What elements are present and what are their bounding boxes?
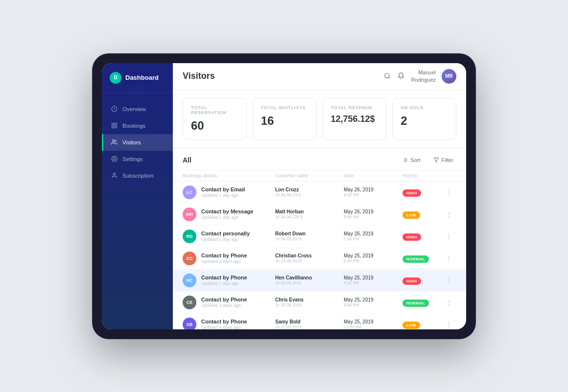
booking-method: Contact by Phone xyxy=(201,253,247,258)
table-row[interactable]: MH Contact by Message Updated 1 day ago … xyxy=(173,204,466,226)
sidebar-item-bookings[interactable]: Bookings xyxy=(102,117,173,134)
table-row[interactable]: LC Contact by Email Updated 1 day ago Lo… xyxy=(173,182,466,204)
user-info: ManuelRodriguez xyxy=(411,69,436,83)
sidebar-item-overview[interactable]: Overview xyxy=(102,101,173,117)
col-bookings: Bookings details xyxy=(183,173,275,178)
avatar-img: CC xyxy=(183,252,196,265)
date-info: May 25, 2019 4:00 PM xyxy=(344,297,402,307)
table-row[interactable]: RD Contact personally Updated 1 day ago … xyxy=(173,226,466,248)
booking-info: Contact by Phone Updated 2 days ago xyxy=(201,253,247,264)
svg-rect-2 xyxy=(115,123,117,125)
sidebar-item-visitors[interactable]: Visitors xyxy=(102,134,173,151)
avatar-img: SB xyxy=(183,318,196,329)
booking-details: LC Contact by Email Updated 1 day ago xyxy=(183,185,275,199)
search-icon[interactable] xyxy=(384,72,392,80)
logo-icon: D xyxy=(110,72,121,84)
priority-cell: NORMAL xyxy=(402,298,442,307)
booking-sub: Updated 4 days ago xyxy=(201,325,247,329)
user-name: ManuelRodriguez xyxy=(411,69,436,83)
date-time: 11:00 AM xyxy=(344,324,402,329)
date-main: May 25, 2019 xyxy=(344,319,402,324)
svg-marker-16 xyxy=(434,158,439,162)
row-menu-button[interactable]: ⋮ xyxy=(442,254,456,262)
date-info: May 25, 2019 6:00 PM xyxy=(344,253,402,263)
person-icon xyxy=(111,172,118,179)
customer-info: Hen Cavillianno Jn 24.08.2019 xyxy=(275,275,344,285)
priority-cell: NORMAL xyxy=(402,254,442,263)
row-menu-button[interactable]: ⋮ xyxy=(442,299,456,306)
date-info: May 26, 2019 7:30 PM xyxy=(344,231,402,241)
row-menu-button[interactable]: ⋮ xyxy=(442,277,456,284)
date-time: 6:00 PM xyxy=(344,258,402,263)
table-row[interactable]: CE Contact by Phone Updated 3 days ago C… xyxy=(173,292,466,314)
booking-avatar: LC xyxy=(183,185,196,199)
stat-card-reservation: TOTAL RESERVATION 60 xyxy=(183,98,247,140)
sidebar-item-settings[interactable]: Settings xyxy=(102,151,173,167)
bell-icon[interactable] xyxy=(398,72,405,80)
date-time: 7:30 PM xyxy=(344,236,402,241)
booking-info: Contact by Phone Updated 3 days ago xyxy=(201,297,247,308)
sort-label: Sort xyxy=(410,157,420,163)
avatar: MR xyxy=(442,69,456,84)
stat-value-revenue: 12,756.12$ xyxy=(331,114,379,124)
col-customer: Customer name xyxy=(275,173,344,178)
customer-name: Samy Bold xyxy=(275,319,344,324)
priority-badge: LOW xyxy=(402,322,420,329)
booking-details: MH Contact by Message Updated 1 day ago xyxy=(183,208,275,221)
booking-info: Contact by Email Updated 1 day ago xyxy=(201,186,245,198)
priority-cell: HIGH xyxy=(402,187,442,197)
table-row[interactable]: CC Contact by Phone Updated 2 days ago C… xyxy=(173,248,466,270)
booking-sub: Updated 3 days ago xyxy=(201,303,247,308)
users-icon xyxy=(111,139,118,146)
date-time: 5:00 PM xyxy=(344,280,402,285)
row-menu-button[interactable]: ⋮ xyxy=(442,321,456,328)
booking-avatar: CC xyxy=(183,252,196,265)
table-header: All Sort Filter xyxy=(173,148,466,170)
stat-label-waitlists: TOTAL WAITLISTS xyxy=(261,105,308,110)
priority-badge: LOW xyxy=(402,211,420,219)
customer-name: Robert Down xyxy=(275,231,344,236)
booking-info: Contact by Phone Updated 4 days ago xyxy=(201,319,247,329)
priority-badge: HIGH xyxy=(402,233,421,241)
date-info: May 26, 2019 8:00 AM xyxy=(344,209,402,219)
customer-ref: Jn 34.05.2019 xyxy=(275,236,344,241)
priority-cell: HIGH xyxy=(402,276,442,285)
table-actions: Sort Filter xyxy=(399,155,456,165)
row-menu-button[interactable]: ⋮ xyxy=(442,188,456,196)
priority-cell: HIGH xyxy=(402,231,442,241)
customer-ref: Jn 34.96.23.0 xyxy=(275,192,344,197)
booking-method: Contact by Phone xyxy=(201,297,247,302)
svg-rect-4 xyxy=(115,126,117,128)
customer-info: Christian Cross Jn 24.08.2019 xyxy=(275,253,344,263)
stat-label-revenue: TOTAL REVENUE xyxy=(331,105,379,110)
logo-text: Dashboard xyxy=(125,74,159,81)
table-section: All Sort Filter Bookings details xyxy=(173,148,466,329)
table-row[interactable]: HC Contact by Phone Updated 1 day ago He… xyxy=(173,270,466,292)
date-main: May 25, 2019 xyxy=(344,253,402,258)
booking-avatar: SB xyxy=(183,318,196,329)
booking-method: Contact by Phone xyxy=(201,275,247,280)
row-menu-button[interactable]: ⋮ xyxy=(442,232,456,240)
sort-button[interactable]: Sort xyxy=(399,155,423,165)
date-main: May 25, 2019 xyxy=(344,275,402,280)
avatar-img: MH xyxy=(183,208,196,221)
date-main: May 26, 2019 xyxy=(344,209,402,214)
booking-method: Contact personally xyxy=(201,231,250,236)
customer-name: Chris Evans xyxy=(275,297,344,302)
grid-icon xyxy=(111,122,118,129)
booking-info: Contact by Phone Updated 1 day ago xyxy=(201,275,247,286)
booking-details: RD Contact personally Updated 1 day ago xyxy=(183,230,275,243)
filter-button[interactable]: Filter xyxy=(430,155,456,165)
booking-sub: Updated 1 day ago xyxy=(201,237,250,242)
booking-sub: Updated 1 day ago xyxy=(201,215,253,220)
svg-point-6 xyxy=(113,158,115,160)
date-info: May 25, 2019 5:00 PM xyxy=(344,275,402,285)
priority-cell: LOW xyxy=(402,320,442,329)
row-menu-button[interactable]: ⋮ xyxy=(442,210,456,218)
customer-name: Matt Horban xyxy=(275,209,344,214)
booking-sub: Updated 1 day ago xyxy=(201,193,245,198)
col-priority: Priority xyxy=(402,173,442,178)
customer-info: Chris Evans Jn 25.08.2019 xyxy=(275,297,344,307)
table-row[interactable]: SB Contact by Phone Updated 4 days ago S… xyxy=(173,314,466,329)
sidebar-item-subscription[interactable]: Subscription xyxy=(102,167,173,184)
